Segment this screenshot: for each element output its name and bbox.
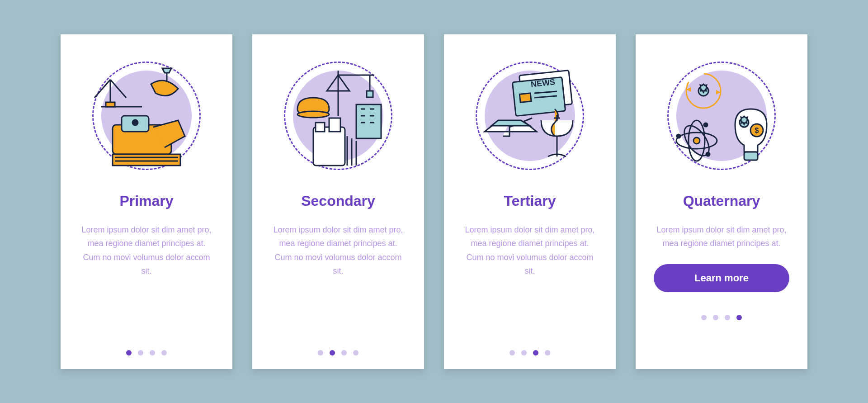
card-quaternary: $ Quaternary Lorem ipsum dolor sit dim a… bbox=[636, 34, 807, 369]
svg-rect-21 bbox=[329, 118, 340, 132]
dot-3[interactable] bbox=[533, 350, 538, 356]
card-description: Lorem ipsum dolor sit dim amet pro, mea … bbox=[654, 223, 789, 251]
card-description: Lorem ipsum dolor sit dim amet pro, mea … bbox=[79, 223, 214, 341]
pagination-dots bbox=[509, 341, 550, 356]
dot-1[interactable] bbox=[701, 315, 707, 320]
pagination-dots bbox=[318, 341, 359, 356]
dot-4[interactable] bbox=[545, 350, 550, 356]
svg-point-6 bbox=[132, 120, 138, 125]
dot-1[interactable] bbox=[126, 350, 132, 356]
svg-rect-10 bbox=[367, 91, 373, 97]
dot-3[interactable] bbox=[725, 315, 730, 320]
dot-2[interactable] bbox=[138, 350, 143, 356]
card-title: Secondary bbox=[301, 193, 375, 209]
svg-rect-20 bbox=[316, 123, 325, 132]
dot-3[interactable] bbox=[341, 350, 347, 356]
dot-4[interactable] bbox=[161, 350, 167, 356]
secondary-industry-icon bbox=[275, 52, 401, 179]
pagination-dots bbox=[701, 306, 742, 320]
dot-1[interactable] bbox=[318, 350, 323, 356]
dot-4[interactable] bbox=[353, 350, 359, 356]
dot-1[interactable] bbox=[509, 350, 515, 356]
dot-2[interactable] bbox=[713, 315, 718, 320]
card-title: Quaternary bbox=[683, 193, 760, 209]
svg-rect-0 bbox=[106, 102, 115, 107]
dot-2[interactable] bbox=[330, 350, 335, 356]
svg-rect-45 bbox=[744, 152, 758, 160]
svg-point-43 bbox=[704, 123, 708, 127]
svg-rect-28 bbox=[519, 93, 531, 102]
dot-2[interactable] bbox=[521, 350, 527, 356]
svg-text:$: $ bbox=[755, 127, 759, 134]
card-tertiary: NEWS Tertiary Lor bbox=[444, 34, 616, 369]
svg-point-38 bbox=[693, 137, 700, 144]
dot-3[interactable] bbox=[150, 350, 155, 356]
pagination-dots bbox=[126, 341, 167, 356]
svg-rect-12 bbox=[356, 104, 381, 138]
card-primary: Primary Lorem ipsum dolor sit dim amet p… bbox=[61, 34, 232, 369]
card-title: Tertiary bbox=[504, 193, 556, 209]
svg-point-11 bbox=[297, 111, 329, 118]
svg-rect-19 bbox=[313, 127, 345, 166]
primary-industry-icon bbox=[83, 52, 210, 179]
tertiary-industry-icon: NEWS bbox=[467, 52, 593, 179]
card-secondary: Secondary Lorem ipsum dolor sit dim amet… bbox=[252, 34, 424, 369]
quaternary-industry-icon: $ bbox=[658, 52, 785, 179]
svg-rect-3 bbox=[113, 154, 180, 166]
dot-4[interactable] bbox=[736, 315, 742, 320]
svg-point-42 bbox=[677, 134, 680, 138]
cards-container: Primary Lorem ipsum dolor sit dim amet p… bbox=[61, 34, 807, 369]
card-description: Lorem ipsum dolor sit dim amet pro, mea … bbox=[462, 223, 598, 341]
svg-point-44 bbox=[706, 152, 710, 156]
card-title: Primary bbox=[119, 193, 173, 209]
card-description: Lorem ipsum dolor sit dim amet pro, mea … bbox=[270, 223, 406, 341]
learn-more-button[interactable]: Learn more bbox=[654, 264, 789, 292]
